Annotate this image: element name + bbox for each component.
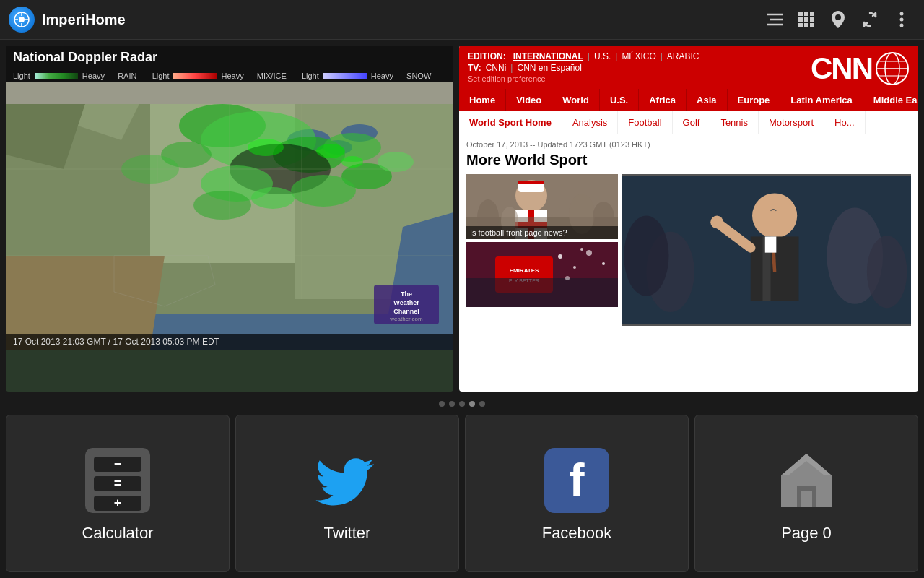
svg-point-20: [900, 24, 904, 27]
set-edition-link[interactable]: Set edition preference: [468, 73, 811, 86]
nav-asia[interactable]: Asia: [687, 89, 727, 111]
sport-nav-tennis[interactable]: Tennis: [710, 111, 759, 134]
svg-rect-15: [798, 23, 803, 27]
nav-africa[interactable]: Africa: [639, 89, 687, 111]
svg-point-47: [341, 156, 363, 168]
facebook-tile[interactable]: f Facebook: [465, 415, 689, 572]
nav-us[interactable]: U.S.: [600, 89, 639, 111]
svg-point-102: [867, 236, 907, 308]
snow-heavy-label: Heavy: [371, 72, 393, 80]
menu-icon[interactable]: [761, 6, 788, 33]
nav-middle-east[interactable]: Middle East: [863, 89, 918, 111]
tv-cnn-espanol[interactable]: CNN en Español: [517, 63, 581, 73]
svg-point-40: [291, 175, 356, 207]
svg-rect-97: [765, 236, 777, 252]
nav-world[interactable]: World: [552, 89, 600, 111]
dot-5[interactable]: [479, 401, 485, 407]
app-title: ImperiHome: [42, 12, 757, 28]
cnn-globe-icon: [875, 51, 910, 86]
mix-type-label: MIX/ICE: [257, 72, 287, 80]
page-indicator: [0, 397, 924, 410]
svg-rect-72: [518, 181, 544, 184]
edition-arabic[interactable]: ARABIC: [667, 51, 699, 61]
sport-nav-motorsport[interactable]: Motorsport: [759, 111, 824, 134]
edition-us[interactable]: U.S.: [594, 51, 611, 61]
dot-3[interactable]: [459, 401, 465, 407]
svg-text:weather.com: weather.com: [389, 316, 423, 322]
mix-heavy-label: Heavy: [221, 72, 243, 80]
tv-sep: |: [510, 63, 513, 73]
cnn-date: October 17, 2013 -- Updated 1723 GMT (01…: [466, 140, 911, 149]
svg-rect-13: [804, 17, 808, 22]
thumb-football-label: Is football front page news?: [466, 226, 618, 239]
svg-point-18: [900, 12, 904, 16]
calc-plus-btn: +: [94, 496, 141, 511]
cnn-left-images: Is football front page news? EMIRATES FL…: [466, 174, 618, 326]
edition-mexico[interactable]: MÉXICO: [622, 51, 655, 61]
sport-nav-analysis[interactable]: Analysis: [562, 111, 618, 134]
facebook-label: Facebook: [542, 524, 612, 543]
svg-point-92: [752, 193, 797, 238]
svg-rect-10: [804, 12, 808, 16]
location-icon[interactable]: [824, 6, 852, 33]
dot-4[interactable]: [469, 401, 475, 407]
dot-2[interactable]: [449, 401, 455, 407]
cnn-header-main: EDITION: INTERNATIONAL | U.S. | MÉXICO |…: [468, 51, 910, 86]
nav-europe[interactable]: Europe: [728, 89, 781, 111]
cnn-logo: CNN: [811, 53, 872, 84]
weather-footer: 17 Oct 2013 21:03 GMT / 17 Oct 2013 05:0…: [6, 334, 453, 350]
cnn-panel: EDITION: INTERNATIONAL | U.S. | MÉXICO |…: [459, 46, 918, 392]
edition-label: EDITION:: [468, 51, 506, 61]
refresh-icon[interactable]: [856, 6, 884, 33]
sport-nav-more[interactable]: Ho...: [824, 111, 865, 134]
nav-video[interactable]: Video: [506, 89, 552, 111]
twitter-label: Twitter: [324, 524, 371, 543]
cnn-thumb-emirates[interactable]: EMIRATES FLY BETTER: [466, 242, 618, 307]
nav-latin-america[interactable]: Latin America: [780, 89, 863, 111]
snow-type-label: SNOW: [406, 72, 431, 80]
dot-1[interactable]: [439, 401, 445, 407]
grid-icon[interactable]: [793, 6, 820, 33]
sport-nav-football[interactable]: Football: [618, 111, 672, 134]
cnn-thumb-football[interactable]: Is football front page news?: [466, 174, 618, 239]
calc-equals-btn: =: [94, 476, 141, 491]
nav-home[interactable]: Home: [459, 89, 506, 111]
svg-point-103: [624, 216, 668, 296]
svg-rect-12: [798, 17, 803, 22]
sport-nav-home[interactable]: World Sport Home: [459, 111, 562, 134]
svg-point-89: [580, 248, 583, 251]
weather-legend: Light Heavy RAIN Light Heavy MIX/ICE Lig…: [6, 69, 453, 82]
bottom-apps-row: − = + Calculator Twitter f Facebook: [0, 412, 924, 578]
app-logo: [9, 7, 35, 33]
calculator-label: Calculator: [82, 524, 153, 543]
cnn-sport-nav: World Sport Home Analysis Football Golf …: [459, 111, 918, 134]
top-bar: ImperiHome: [0, 0, 924, 40]
rain-bar: [35, 73, 78, 79]
svg-point-41: [193, 191, 251, 220]
home-page-icon: [774, 448, 839, 513]
twitter-tile[interactable]: Twitter: [235, 415, 459, 572]
sport-nav-golf[interactable]: Golf: [673, 111, 711, 134]
calculator-tile[interactable]: − = + Calculator: [6, 415, 230, 572]
cnn-content: October 17, 2013 -- Updated 1723 GMT (01…: [459, 134, 918, 332]
calculator-display: − = +: [85, 448, 150, 513]
cnn-edition-row: EDITION: INTERNATIONAL | U.S. | MÉXICO |…: [468, 51, 811, 61]
edition-international[interactable]: INTERNATIONAL: [513, 51, 583, 61]
svg-point-84: [558, 254, 562, 259]
tv-cnni[interactable]: CNNi: [486, 63, 507, 73]
twitter-bird-icon: [315, 448, 380, 513]
svg-point-87: [602, 262, 605, 265]
svg-point-1: [19, 17, 25, 22]
svg-text:The: The: [401, 290, 412, 298]
page0-tile[interactable]: Page 0: [694, 415, 918, 572]
weather-timestamp: 17 Oct 2013 21:03 GMT / 17 Oct 2013 05:0…: [13, 337, 219, 347]
cnn-images-row: Is football front page news? EMIRATES FL…: [466, 174, 911, 326]
mix-light-label: Light: [152, 72, 170, 80]
edition-sep1: |: [588, 51, 590, 61]
cnn-big-image[interactable]: [622, 174, 911, 326]
cnn-main-nav: Home Video World U.S. Africa Asia Europe…: [459, 89, 918, 111]
tv-label: TV:: [468, 63, 481, 73]
more-options-icon[interactable]: [888, 6, 915, 33]
svg-rect-9: [798, 12, 803, 16]
svg-point-85: [573, 266, 576, 269]
